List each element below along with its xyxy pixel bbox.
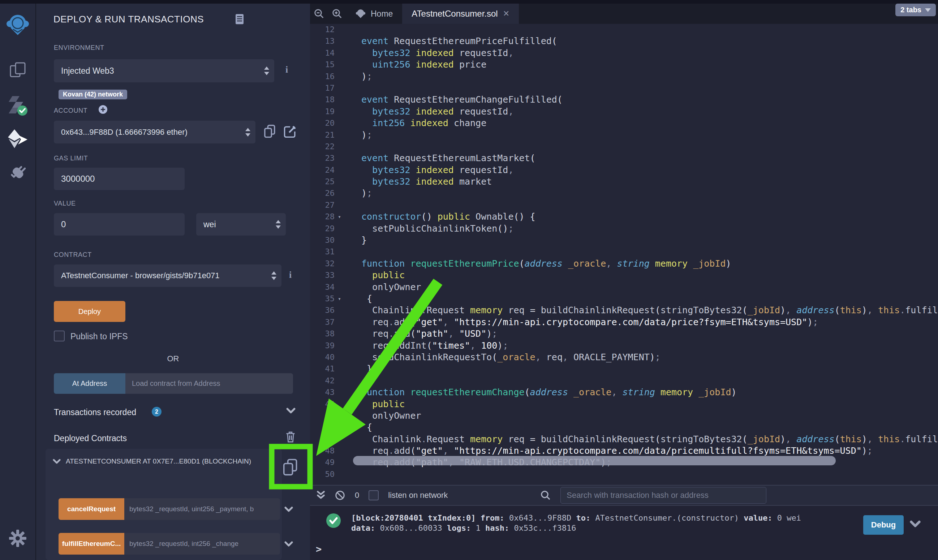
file-explorer-icon[interactable]	[8, 61, 27, 80]
at-address-button[interactable]: At Address	[54, 373, 125, 394]
code-text[interactable]: public	[340, 398, 405, 410]
code-line[interactable]: 29 setPublicChainlinkToken();	[310, 223, 938, 234]
debug-button[interactable]: Debug	[863, 515, 904, 535]
contract-expand-chevron-icon[interactable]	[53, 459, 61, 464]
code-line[interactable]: 46▾ {	[310, 422, 938, 433]
code-line[interactable]: 50	[310, 469, 938, 480]
copy-account-icon[interactable]	[264, 124, 276, 139]
deploy-button[interactable]: Deploy	[54, 301, 125, 322]
code-line[interactable]: 42	[310, 375, 938, 386]
code-text[interactable]: bytes32 indexed requestId,	[340, 165, 514, 176]
code-text[interactable]: bytes32 indexed market	[340, 176, 492, 188]
code-text[interactable]	[340, 199, 361, 211]
code-text[interactable]: onlyOwner	[340, 410, 421, 422]
code-text[interactable]: {	[340, 293, 372, 305]
contract-info-icon[interactable]: i	[289, 269, 292, 280]
fulfill-ethereum-params[interactable]: bytes32 _requestId, int256 _change	[124, 533, 280, 555]
code-text[interactable]: public	[340, 269, 405, 281]
code-line[interactable]: 20 int256 indexed change	[310, 117, 938, 129]
log-expand-chevron-icon[interactable]	[910, 520, 921, 528]
code-line[interactable]: 36 Chainlink.Request memory req = buildC…	[310, 305, 938, 316]
code-line[interactable]: 35▾ {	[310, 293, 938, 305]
listen-network-checkbox[interactable]	[369, 490, 379, 500]
code-text[interactable]: event RequestEthereumPriceFulfilled(	[340, 35, 557, 47]
code-line[interactable]: 30}	[310, 234, 938, 246]
plugin-manager-icon[interactable]	[8, 163, 28, 183]
code-text[interactable]: uint256 indexed price	[340, 59, 486, 71]
settings-gear-icon[interactable]	[8, 528, 28, 548]
add-account-icon[interactable]	[98, 105, 108, 114]
function-expand-chevron-icon[interactable]	[284, 541, 293, 547]
code-text[interactable]: req.addInt("times", 100);	[340, 340, 508, 352]
contract-select[interactable]: ATestnetConsumer - browser/gists/9b71e07…	[54, 265, 281, 287]
fold-caret-icon[interactable]: ▾	[338, 422, 341, 433]
zoom-in-icon[interactable]	[328, 4, 346, 24]
code-line[interactable]: 28▾constructor() public Ownable() {	[310, 211, 938, 223]
code-line[interactable]: 26);	[310, 188, 938, 199]
code-line[interactable]: 16);	[310, 71, 938, 82]
code-line[interactable]: 14 bytes32 indexed requestId,	[310, 47, 938, 59]
clear-deployed-trash-icon[interactable]	[286, 431, 295, 443]
value-input[interactable]: 0	[54, 213, 185, 235]
code-line[interactable]: 22	[310, 141, 938, 152]
code-text[interactable]: {	[340, 422, 372, 433]
tab-home[interactable]: Home	[346, 4, 402, 24]
code-text[interactable]: Chainlink.Request memory req = buildChai…	[340, 305, 938, 316]
code-line[interactable]: 37 req.add("get", "https://min-api.crypt…	[310, 317, 938, 328]
code-text[interactable]: function requestEthereumChange(address _…	[340, 386, 737, 398]
code-editor[interactable]: 1213event RequestEthereumPriceFulfilled(…	[310, 24, 938, 485]
horizontal-scrollbar[interactable]	[353, 456, 836, 465]
solidity-compiler-icon[interactable]	[7, 95, 28, 117]
code-text[interactable]: }	[340, 363, 372, 375]
environment-info-icon[interactable]: i	[286, 64, 288, 75]
code-line[interactable]: 47 Chainlink.Request memory req = buildC…	[310, 434, 938, 445]
code-line[interactable]: 34 onlyOwner	[310, 282, 938, 293]
environment-select[interactable]: Injected Web3	[54, 59, 274, 82]
remix-logo-icon[interactable]	[6, 13, 30, 37]
gas-limit-input[interactable]: 3000000	[54, 168, 185, 190]
code-text[interactable]: req.add("path", "USD");	[340, 328, 497, 340]
code-line[interactable]: 12	[310, 24, 938, 35]
terminal-search-input[interactable]	[560, 487, 766, 504]
code-line[interactable]: 15 uint256 indexed price	[310, 59, 938, 71]
code-line[interactable]: 23event RequestEthereumLastMarket(	[310, 152, 938, 164]
value-unit-select[interactable]: wei	[196, 213, 286, 235]
publish-ipfs-checkbox[interactable]	[54, 331, 65, 342]
code-line[interactable]: 39 req.addInt("times", 100);	[310, 340, 938, 352]
code-text[interactable]	[340, 375, 361, 386]
code-text[interactable]: );	[340, 188, 372, 199]
code-text[interactable]: );	[340, 129, 372, 141]
code-text[interactable]: event RequestEthereumLastMarket(	[340, 152, 535, 164]
code-text[interactable]: int256 indexed change	[340, 117, 486, 129]
code-line[interactable]: 41 }	[310, 363, 938, 375]
code-text[interactable]: function requestEthereumPrice(address _o…	[340, 258, 731, 269]
clear-console-icon[interactable]	[335, 490, 345, 501]
code-line[interactable]: 27	[310, 199, 938, 211]
code-text[interactable]	[340, 246, 361, 258]
code-text[interactable]: onlyOwner	[340, 282, 421, 293]
code-text[interactable]	[340, 82, 361, 94]
code-text[interactable]: sendChainlinkRequestTo(_oracle, req, ORA…	[340, 352, 661, 363]
transaction-log-row[interactable]: [block:20780401 txIndex:0] from: 0x643..…	[326, 513, 801, 533]
code-text[interactable]: );	[340, 71, 372, 82]
code-text[interactable]: Chainlink.Request memory req = buildChai…	[340, 434, 938, 445]
code-line[interactable]: 44 public	[310, 398, 938, 410]
function-expand-chevron-icon[interactable]	[284, 506, 293, 512]
transactions-chevron-icon[interactable]	[286, 408, 295, 414]
docs-icon[interactable]	[235, 14, 244, 25]
code-text[interactable]: setPublicChainlinkToken();	[340, 223, 514, 234]
at-address-input[interactable]	[125, 373, 293, 394]
tabs-count-dropdown[interactable]: 2 tabs	[895, 4, 936, 16]
code-line[interactable]: 32function requestEthereumPrice(address …	[310, 258, 938, 269]
fold-caret-icon[interactable]: ▾	[338, 293, 341, 305]
deploy-and-run-icon[interactable]	[7, 129, 28, 149]
code-line[interactable]: 43function requestEthereumChange(address…	[310, 386, 938, 398]
copy-address-icon[interactable]	[283, 458, 298, 477]
code-text[interactable]: event RequestEthereumChangeFulfilled(	[340, 94, 563, 106]
tab-atestnetconsumer[interactable]: ATestnetConsumer.sol ✕	[402, 4, 519, 24]
account-select[interactable]: 0x643...9F88D (1.666673996 ether)	[54, 121, 255, 143]
code-text[interactable]: bytes32 indexed requestId,	[340, 106, 514, 117]
code-text[interactable]: constructor() public Ownable() {	[340, 211, 535, 223]
code-text[interactable]: req.add("get", "https://min-api.cryptoco…	[340, 317, 818, 328]
code-text[interactable]: }	[340, 234, 367, 246]
